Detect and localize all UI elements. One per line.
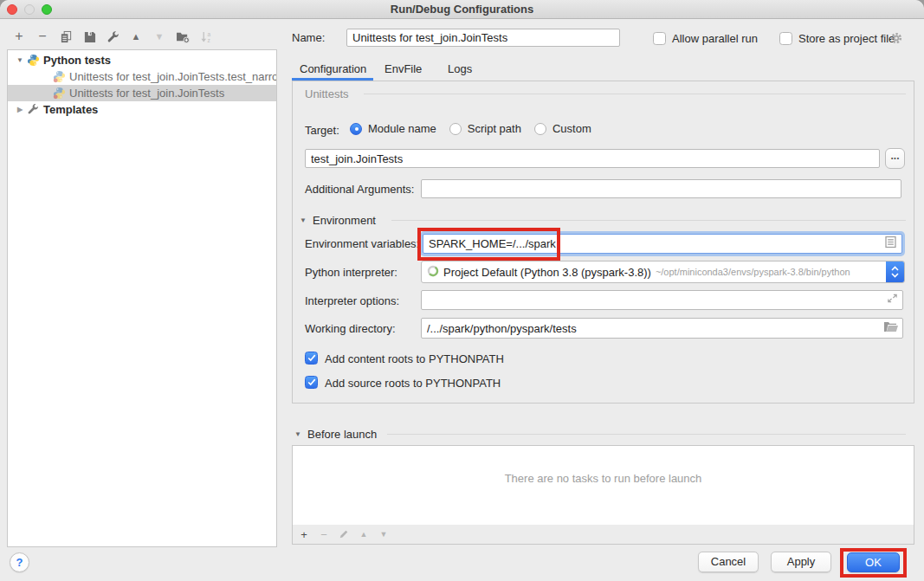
minimize-window-button[interactable] (24, 4, 35, 15)
tree-item-unittests-test-narrow[interactable]: Unittests for test_join.JoinTests.test_n… (8, 68, 276, 85)
sort-az-icon: a z (200, 30, 213, 43)
move-task-down-button: ▼ (378, 530, 390, 539)
apply-button[interactable]: Apply (771, 552, 831, 572)
environment-collapse-icon[interactable]: ▼ (300, 216, 307, 224)
expand-arrow-icon[interactable]: ▶ (15, 106, 25, 113)
environment-section-label[interactable]: Environment (313, 214, 376, 227)
move-down-button: ▼ (152, 29, 166, 43)
remove-configuration-button[interactable]: − (36, 29, 49, 43)
tree-item-label: Templates (43, 103, 98, 116)
configurations-tree: ▼ Python tests (7, 49, 277, 547)
add-content-roots-checkbox[interactable] (305, 352, 318, 365)
new-folder-button[interactable] (176, 29, 190, 43)
allow-parallel-run-checkbox[interactable] (653, 32, 666, 45)
before-launch-task-list[interactable]: There are no tasks to run before launch (292, 445, 914, 526)
save-configuration-button[interactable] (82, 29, 96, 43)
configurations-toolbar: + − ▲ ▼ (12, 28, 213, 45)
check-icon (307, 354, 316, 362)
edit-task-button (338, 529, 350, 539)
allow-parallel-run-label: Allow parallel run (672, 32, 758, 45)
add-configuration-button[interactable]: + (12, 29, 26, 43)
run-debug-configurations-dialog: Run/Debug Configurations + − (0, 0, 924, 581)
tree-item-label: Unittests for test_join.JoinTests (69, 87, 224, 100)
move-up-button[interactable]: ▲ (129, 29, 143, 43)
radio-script-path[interactable] (449, 123, 462, 135)
target-module-input[interactable] (305, 149, 880, 168)
additional-arguments-input[interactable] (421, 179, 901, 198)
radio-module-name-label[interactable]: Module name (368, 122, 436, 135)
unittests-group-label: Unittests (305, 87, 349, 100)
python-test-icon (53, 87, 66, 100)
window-title: Run/Debug Configurations (0, 0, 924, 18)
add-source-roots-checkbox[interactable] (305, 376, 318, 389)
interpreter-options-input[interactable] (421, 290, 903, 310)
tree-item-label: Unittests for test_join.JoinTests.test_n… (69, 70, 276, 83)
browse-module-button[interactable]: ... (885, 148, 905, 169)
before-launch-toolbar: + − ▲ ▼ (292, 525, 914, 545)
python-interpreter-combobox[interactable]: Project Default (Python 3.8 (pyspark-3.8… (421, 261, 905, 283)
interpreter-options-label: Interpreter options: (305, 294, 399, 307)
target-label: Target: (305, 124, 339, 137)
copy-icon (60, 30, 73, 43)
working-directory-label: Working directory: (305, 322, 396, 335)
zoom-window-button[interactable] (42, 4, 52, 15)
before-launch-separator (387, 434, 906, 435)
before-launch-collapse-icon[interactable]: ▼ (294, 430, 301, 438)
title-bar: Run/Debug Configurations (0, 0, 924, 19)
environment-variables-input[interactable] (423, 234, 902, 254)
sort-configurations-button: a z (199, 29, 213, 43)
store-settings-gear-icon[interactable] (889, 31, 903, 48)
tab-configuration[interactable]: Configuration (300, 62, 366, 75)
environment-variables-label: Environment variables: (305, 237, 419, 250)
tree-item-templates[interactable]: ▶ Templates (8, 101, 276, 118)
additional-arguments-label: Additional Arguments: (305, 183, 414, 196)
close-window-button[interactable] (7, 4, 17, 15)
name-input[interactable] (346, 29, 620, 47)
target-radio-group: Module name Script path Custom (350, 122, 591, 135)
store-as-project-file-label: Store as project file (798, 32, 895, 45)
edit-templates-button[interactable] (106, 29, 120, 43)
wrench-icon (107, 30, 120, 43)
radio-custom[interactable] (534, 123, 546, 135)
svg-text:a: a (207, 30, 210, 36)
radio-custom-label[interactable]: Custom (552, 122, 591, 135)
cancel-button[interactable]: Cancel (698, 552, 759, 572)
chevron-down-icon (891, 273, 899, 278)
chevron-up-icon (891, 266, 899, 271)
working-directory-input[interactable] (421, 318, 903, 339)
before-launch-empty-text: There are no tasks to run before launch (505, 472, 702, 485)
pencil-icon (339, 529, 349, 539)
python-test-icon (53, 70, 66, 83)
help-button[interactable]: ? (10, 552, 29, 572)
new-folder-icon (176, 30, 190, 43)
name-label: Name: (292, 31, 325, 44)
radio-module-name[interactable] (350, 123, 362, 135)
interpreter-name: Project Default (Python 3.8 (pyspark-3.8… (443, 266, 651, 279)
tree-item-python-tests[interactable]: ▼ Python tests (8, 52, 276, 68)
interpreter-dropdown-button[interactable] (886, 261, 904, 282)
group-separator (364, 94, 906, 94)
before-launch-section-label[interactable]: Before launch (307, 428, 377, 441)
add-source-roots-label: Add source roots to PYTHONPATH (325, 377, 501, 390)
radio-script-path-label[interactable]: Script path (468, 122, 521, 135)
environment-separator (391, 220, 906, 221)
ok-button[interactable]: OK (847, 552, 900, 572)
edit-env-vars-icon[interactable] (885, 236, 896, 251)
store-as-project-file-checkbox[interactable] (779, 32, 792, 45)
save-icon (83, 30, 96, 43)
tab-envfile[interactable]: EnvFile (384, 62, 422, 75)
copy-configuration-button[interactable] (59, 29, 73, 43)
add-task-button[interactable]: + (298, 528, 310, 541)
python-icon (27, 54, 40, 67)
move-task-up-button: ▲ (358, 530, 370, 539)
python-interpreter-label: Python interpreter: (305, 266, 397, 279)
collapse-arrow-icon[interactable]: ▼ (15, 56, 25, 64)
tab-logs[interactable]: Logs (448, 62, 472, 75)
remove-task-button: − (318, 528, 330, 541)
tree-item-unittests-jointests[interactable]: Unittests for test_join.JoinTests (8, 85, 276, 101)
check-icon (307, 378, 316, 386)
browse-folder-icon[interactable] (884, 321, 898, 335)
templates-wrench-icon (27, 103, 40, 116)
expand-field-icon[interactable] (887, 293, 898, 307)
svg-text:z: z (207, 37, 210, 43)
